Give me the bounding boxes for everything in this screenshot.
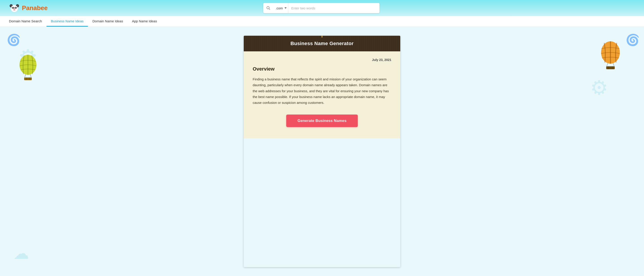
balloon-left	[18, 54, 38, 81]
overview-text: Finding a business name that reflects th…	[253, 76, 391, 106]
main-content: ⚙ ⚙ ☁ 🌀 🌀	[0, 27, 644, 276]
search-input[interactable]	[288, 3, 380, 13]
svg-point-13	[14, 9, 15, 9]
svg-line-18	[30, 74, 31, 78]
bg-spiral-2: 🌀	[626, 33, 640, 46]
svg-line-24	[607, 63, 608, 67]
content-card: Business Name Generator July 23, 2021 Ov…	[244, 36, 400, 267]
nav-item-app-ideas[interactable]: App Name Ideas	[128, 16, 162, 26]
panda-icon	[9, 3, 20, 13]
bg-cloud-1: ☁	[14, 244, 29, 263]
card-title: Business Name Generator	[250, 41, 394, 46]
bg-spiral-1: 🌀	[7, 33, 20, 46]
tld-select[interactable]: .com .net .org .io	[274, 3, 288, 13]
logo[interactable]: Panabee	[9, 3, 48, 13]
card-date: July 23, 2021	[253, 58, 391, 62]
svg-point-11	[16, 7, 16, 8]
overview-title: Overview	[253, 66, 391, 72]
card-body: July 23, 2021 Overview Finding a busines…	[244, 51, 400, 138]
card-header: Business Name Generator	[244, 36, 400, 51]
nav-item-domain-ideas[interactable]: Domain Name Ideas	[88, 16, 128, 26]
svg-point-10	[13, 7, 14, 8]
nav: Domain Name Search Business Name Ideas D…	[0, 16, 644, 27]
search-icon	[263, 6, 274, 10]
nav-item-domain-search[interactable]: Domain Name Search	[4, 16, 46, 26]
search-bar: .com .net .org .io	[263, 3, 380, 13]
brand-name: Panabee	[22, 4, 48, 12]
bg-gear-2: ⚙	[590, 76, 608, 99]
svg-line-15	[269, 9, 270, 10]
generate-button[interactable]: Generate Business Names	[286, 115, 358, 127]
balloon-right	[599, 40, 622, 70]
svg-line-25	[613, 63, 614, 67]
svg-rect-20	[24, 78, 32, 80]
svg-rect-27	[606, 66, 615, 69]
nav-item-business-ideas[interactable]: Business Name Ideas	[46, 16, 88, 26]
header: Panabee .com .net .org .io	[0, 0, 644, 16]
svg-line-17	[24, 74, 26, 78]
